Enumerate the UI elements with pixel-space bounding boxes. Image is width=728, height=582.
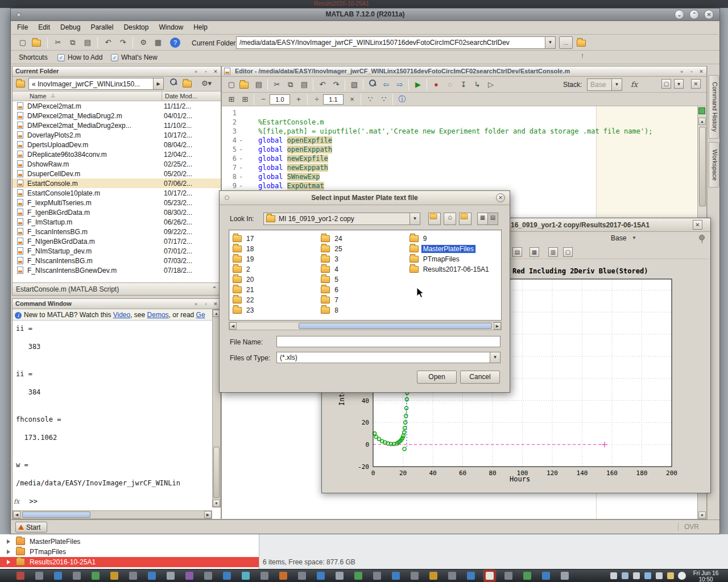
folder-item[interactable]: MasterPlateFiles — [410, 244, 498, 254]
look-in-combobox[interactable]: MI 16_0919_yor1-2 copy ▼ — [263, 213, 420, 225]
redo-icon[interactable]: ↷ — [117, 36, 129, 49]
taskbar-app-icon[interactable] — [221, 570, 233, 581]
tree-item[interactable]: PTmapFiles — [0, 547, 259, 557]
insert-cell-icon[interactable]: ⊞ — [225, 93, 238, 106]
folder-item[interactable]: 20 — [233, 275, 321, 285]
file-row[interactable]: DMPexcel2mat.m11/11/2... — [13, 101, 221, 111]
tab-workspace[interactable]: Workspace — [709, 142, 719, 188]
taskbar-app-icon[interactable] — [184, 570, 195, 581]
chevron-down-icon[interactable]: ▼ — [410, 213, 420, 225]
actions-gear-icon[interactable]: ⚙▾ — [198, 77, 215, 89]
save-icon[interactable]: ▤ — [253, 78, 265, 91]
taskbar-app-icon[interactable] — [315, 570, 326, 581]
folder-item[interactable]: 8 — [321, 305, 409, 315]
expander-icon[interactable] — [7, 550, 10, 554]
file-row[interactable]: DoverlayPlots2.m10/17/2... — [13, 130, 221, 140]
subplot-icon[interactable]: ▢ — [563, 247, 573, 257]
pin-icon[interactable] — [699, 235, 705, 240]
code-line[interactable]: 5-global openExppath — [222, 145, 697, 154]
cut-icon[interactable]: ✂ — [52, 36, 64, 49]
close-panel-icon[interactable]: ✕ — [212, 301, 220, 308]
open-file-icon[interactable] — [239, 78, 251, 91]
current-folder-combobox[interactable]: /media/data/EASY/InovImager_jwrCF_WINLin… — [236, 36, 556, 49]
chevron-down-icon[interactable]: ▼ — [632, 235, 636, 240]
divide-icon[interactable]: ÷ — [311, 93, 323, 106]
home-icon[interactable]: ⌂ — [444, 213, 456, 225]
scrollbar-thumb[interactable] — [699, 127, 706, 206]
list-view-icon[interactable]: ▦ — [477, 213, 488, 225]
maximize-panel-icon[interactable]: ▫ — [202, 68, 210, 76]
menu-desktop[interactable]: Desktop — [118, 21, 154, 35]
scroll-right-arrow[interactable]: ▶ — [494, 322, 501, 330]
close-panel-icon[interactable]: ✕ — [212, 68, 220, 76]
tray-icon[interactable] — [633, 572, 640, 579]
file-row[interactable]: DshowRaw.m02/25/2... — [13, 159, 221, 169]
taskbar-app-icon[interactable] — [371, 570, 383, 581]
find-icon[interactable] — [366, 78, 379, 91]
code-analyzer-icon[interactable]: ∵ — [364, 93, 377, 106]
column-divider[interactable] — [162, 92, 162, 101]
create-new-folder-icon[interactable] — [459, 213, 471, 225]
open-button[interactable]: Open — [417, 371, 457, 384]
taskbar-app-icon[interactable] — [90, 570, 101, 581]
copy-icon[interactable]: ⧉ — [67, 36, 79, 49]
taskbar-app-icon[interactable] — [522, 570, 533, 581]
browse-folder-button[interactable]: ... — [559, 36, 573, 49]
command-prompt[interactable]: fx >> — [14, 497, 38, 506]
panel-header[interactable]: Editor - /media/data/EASY/InovImager_jwr… — [222, 66, 706, 77]
undo-icon[interactable]: ↶ — [316, 78, 329, 91]
stack-combobox[interactable]: Base ▼ — [587, 78, 622, 91]
folder-item[interactable]: PTmapFiles — [410, 254, 498, 264]
clear-breakpoints-icon[interactable]: ◌ — [444, 78, 456, 91]
folder-item[interactable]: 22 — [233, 295, 321, 305]
taskbar-app-icon[interactable] — [34, 570, 45, 581]
back-icon[interactable]: ⇦ — [380, 78, 392, 91]
taskbar-app-icon[interactable] — [259, 570, 270, 581]
start-button[interactable]: Start — [15, 522, 47, 533]
scroll-down-arrow[interactable]: ▼ — [213, 500, 220, 507]
file-row[interactable]: F_IscanIntensBG.m09/22/2... — [13, 227, 221, 236]
taskbar-app-icon[interactable] — [296, 570, 308, 581]
code-line[interactable]: 4-global openExpfile — [222, 136, 697, 145]
scroll-up-arrow[interactable]: ▲ — [698, 118, 706, 125]
file-row[interactable]: F_NImStartup_dev.m07/01/2... — [13, 246, 221, 256]
close-panel-icon[interactable]: ✕ — [697, 68, 705, 76]
step-icon[interactable]: ↧ — [457, 78, 470, 91]
menu-edit[interactable]: Edit — [33, 21, 55, 35]
tray-status-icon[interactable] — [678, 572, 686, 580]
shortcut-how-to-add[interactable]: How to Add — [68, 53, 102, 61]
menu-file[interactable]: File — [12, 21, 33, 35]
files-of-type-combobox[interactable]: (*.xls) ▼ — [276, 352, 500, 363]
guide-icon[interactable]: ▦ — [152, 36, 164, 49]
file-row[interactable]: EstartConsole10plate.m10/17/2... — [13, 188, 221, 198]
undo-icon[interactable]: ↶ — [102, 36, 114, 49]
tray-icon[interactable] — [622, 572, 628, 579]
cut-icon[interactable]: ✂ — [271, 78, 283, 91]
taskbar-app-icon[interactable] — [71, 570, 82, 581]
file-row[interactable]: DsuperCellDev.m05/20/2... — [13, 169, 221, 178]
tray-icon[interactable] — [610, 572, 617, 579]
up-folder-icon[interactable]: ↑ — [576, 36, 589, 49]
command-output[interactable]: ii = 383 ii = 384 fhconsole = 173.1062 w… — [16, 324, 210, 496]
set-breakpoint-icon[interactable]: ● — [430, 78, 442, 91]
expander-icon[interactable] — [7, 560, 10, 564]
folder-list[interactable]: 17181922021222324253456789MasterPlateFil… — [229, 230, 502, 321]
taskbar-app-icon[interactable] — [484, 570, 495, 581]
paste-icon[interactable]: ▤ — [298, 78, 311, 91]
maximize-button[interactable]: ⌃ — [689, 10, 699, 19]
tray-icon[interactable] — [656, 572, 663, 579]
file-row[interactable]: F_IgenBkGrdData.m08/30/2... — [13, 207, 221, 217]
forward-icon[interactable]: ⇨ — [394, 78, 406, 91]
file-row[interactable]: EstartConsole.m07/06/2... — [13, 178, 221, 188]
undock-icon[interactable]: « — [192, 68, 200, 76]
minimize-button[interactable]: ⌄ — [675, 10, 684, 19]
date-column-header[interactable]: Date Mod... — [165, 93, 197, 99]
details-view-icon[interactable]: ▤ — [487, 213, 498, 225]
file-name-input[interactable] — [276, 336, 500, 347]
paste-icon[interactable]: ▤ — [81, 36, 94, 49]
taskbar-app-icon[interactable] — [409, 570, 420, 581]
column-headers[interactable]: Name △ Date Mod... — [13, 92, 221, 101]
chevron-down-icon[interactable]: ▼ — [545, 37, 555, 48]
file-row[interactable]: DMPexcel2mat_MediaDrug2.m04/01/2... — [13, 111, 221, 120]
file-row[interactable]: DpertsUploadDev.m08/04/2... — [13, 140, 221, 149]
